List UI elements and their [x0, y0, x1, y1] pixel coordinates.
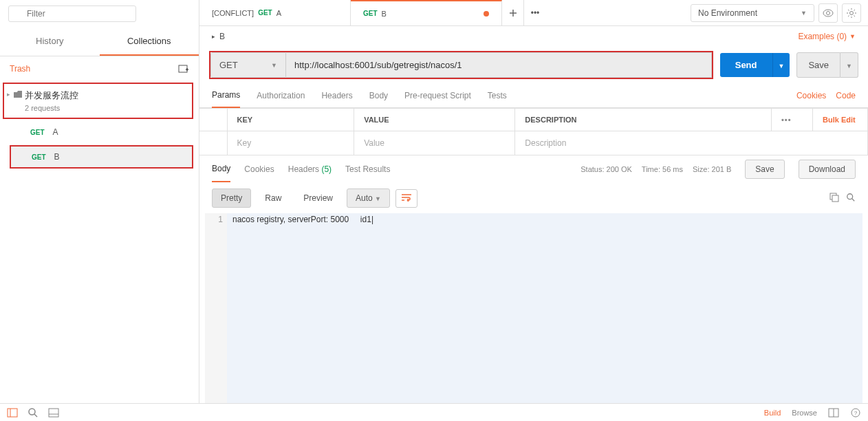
chevron-down-icon: ▼	[846, 63, 852, 69]
build-link[interactable]: Build	[764, 409, 781, 417]
conflict-label: [CONFLICT]	[212, 9, 254, 17]
topbar: [CONFLICT] GET A GET B ••• No Environmen…	[199, 0, 868, 26]
view-pretty-button[interactable]: Pretty	[212, 188, 251, 208]
resp-tab-body[interactable]: Body	[212, 156, 230, 182]
more-icon[interactable]: •••	[781, 116, 792, 124]
svg-rect-18	[49, 409, 58, 417]
tab-tests[interactable]: Tests	[488, 84, 507, 107]
save-button[interactable]: Save	[796, 52, 840, 78]
method-badge: GET	[30, 129, 45, 136]
save-options-button[interactable]: ▼	[840, 52, 858, 78]
send-options-button[interactable]: ▼	[772, 53, 790, 77]
svg-point-12	[847, 193, 853, 199]
view-preview-button[interactable]: Preview	[295, 189, 341, 207]
svg-line-17	[34, 414, 37, 417]
size-value: 201 B	[712, 165, 732, 173]
col-value: VALUE	[354, 109, 515, 131]
tab-params[interactable]: Params	[212, 83, 240, 108]
method-badge: GET	[363, 10, 378, 17]
view-raw-button[interactable]: Raw	[257, 189, 290, 207]
request-item-a[interactable]: GET A	[10, 122, 193, 142]
tab-options-button[interactable]: •••	[524, 0, 546, 25]
collection-count: 2 requests	[25, 104, 185, 112]
tab-history[interactable]: History	[0, 28, 100, 56]
sidebar: History Collections Trash 并发服务流控 2 reque…	[0, 0, 199, 403]
bulk-edit-button[interactable]: Bulk Edit	[813, 109, 868, 131]
env-preview-button[interactable]	[818, 3, 838, 23]
svg-rect-2	[179, 65, 187, 72]
browse-link[interactable]: Browse	[792, 409, 817, 417]
tab-label: B	[382, 10, 387, 18]
tab-label: A	[276, 9, 281, 17]
request-tab-b[interactable]: GET B	[351, 0, 502, 25]
response-body-area[interactable]: 1 nacos registry, serverPort: 5000 id1	[199, 213, 868, 403]
code-link[interactable]: Code	[836, 91, 856, 100]
tab-collections[interactable]: Collections	[100, 28, 199, 56]
find-icon[interactable]	[28, 407, 39, 418]
line-number: 1	[205, 213, 227, 403]
search-response-icon[interactable]	[846, 193, 856, 204]
request-tab-a[interactable]: [CONFLICT] GET A	[199, 0, 351, 25]
method-badge: GET	[32, 153, 46, 161]
desc-input[interactable]: Description	[515, 131, 868, 155]
environment-select[interactable]: No Environment ▼	[691, 4, 814, 22]
url-input[interactable]	[286, 52, 712, 78]
status-value: 200 OK	[607, 165, 632, 173]
svg-rect-14	[8, 409, 17, 417]
params-table: KEY VALUE DESCRIPTION ••• Bulk Edit Key …	[199, 108, 868, 155]
trash-link[interactable]: Trash	[10, 64, 30, 74]
time-value: 56 ms	[662, 165, 683, 173]
collection-item[interactable]: 并发服务流控 2 requests	[3, 83, 193, 119]
svg-point-16	[29, 409, 35, 415]
format-select[interactable]: Auto ▼	[347, 188, 390, 208]
cookies-link[interactable]: Cookies	[796, 91, 826, 100]
svg-line-13	[852, 198, 855, 201]
response-save-button[interactable]: Save	[745, 160, 784, 179]
send-button[interactable]: Send	[720, 53, 772, 77]
key-input[interactable]: Key	[227, 131, 354, 155]
copy-icon[interactable]	[829, 193, 839, 204]
chevron-down-icon: ▼	[779, 63, 785, 69]
chevron-down-icon: ▼	[849, 33, 856, 40]
wrap-button[interactable]	[395, 189, 417, 208]
svg-point-8	[827, 11, 830, 14]
svg-point-9	[850, 11, 854, 14]
resp-tab-cookies[interactable]: Cookies	[244, 157, 274, 182]
chevron-right-icon: ▸	[212, 33, 215, 40]
examples-button[interactable]: Examples (0) ▼	[798, 32, 856, 41]
unsaved-dot-icon	[484, 11, 489, 17]
svg-text:?: ?	[854, 410, 858, 416]
settings-button[interactable]	[842, 3, 861, 23]
tab-headers[interactable]: Headers	[321, 84, 352, 107]
request-name: B	[54, 152, 60, 162]
two-pane-icon[interactable]	[828, 407, 839, 418]
headers-count: (5)	[321, 164, 332, 174]
chevron-down-icon: ▼	[375, 195, 381, 202]
footer: Build Browse ?	[0, 403, 868, 421]
breadcrumb[interactable]: ▸ B	[212, 32, 225, 41]
sidebar-toggle-icon[interactable]	[7, 407, 18, 418]
filter-input[interactable]	[8, 6, 136, 22]
new-tab-button[interactable]	[502, 0, 524, 25]
value-input[interactable]: Value	[354, 131, 515, 155]
folder-icon	[14, 91, 22, 98]
svg-rect-11	[832, 195, 838, 202]
tab-body[interactable]: Body	[369, 84, 388, 107]
col-key: KEY	[227, 109, 354, 131]
request-name: A	[53, 127, 58, 137]
resp-tab-tests[interactable]: Test Results	[345, 157, 390, 182]
method-select[interactable]: GET ▼	[210, 52, 286, 78]
chevron-down-icon: ▼	[801, 10, 807, 17]
resp-tab-headers[interactable]: Headers (5)	[288, 157, 332, 182]
console-icon[interactable]	[48, 407, 59, 418]
chevron-down-icon: ▼	[271, 62, 277, 69]
col-desc: DESCRIPTION	[515, 109, 772, 131]
collection-name: 并发服务流控	[25, 89, 185, 102]
new-collection-icon[interactable]	[178, 63, 189, 74]
svg-point-7	[823, 10, 833, 17]
tab-prerequest[interactable]: Pre-request Script	[404, 84, 471, 107]
tab-authorization[interactable]: Authorization	[257, 84, 305, 107]
download-button[interactable]: Download	[799, 160, 856, 179]
help-icon[interactable]: ?	[850, 407, 861, 418]
request-item-b[interactable]: GET B	[10, 145, 193, 169]
